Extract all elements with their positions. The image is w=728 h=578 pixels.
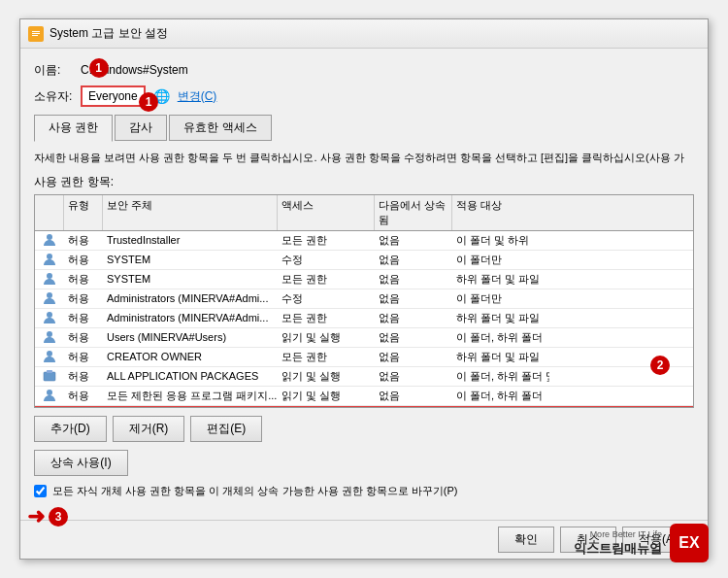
row-access: 모든 권한	[279, 407, 376, 408]
row-icon	[36, 407, 65, 408]
section-label: 사용 권한 항목:	[34, 174, 694, 190]
table-row[interactable]: 허용 Administrators (MINERVA#Admi... 모든 권한…	[35, 309, 693, 328]
dialog-window: System 고급 보안 설정 이름: C:\Windows#System 1 …	[19, 18, 709, 559]
svg-rect-2	[32, 35, 38, 36]
row-apply: 이 폴더, 하위 폴더	[452, 328, 549, 347]
col-type: 유형	[64, 195, 103, 230]
row-access: 모든 권한	[278, 231, 375, 250]
table-body: 허용 TrustedInstaller 모든 권한 없음 이 폴더 및 하위 허…	[35, 231, 693, 408]
watermark: More Better IT Life 익스트림매뉴얼 EX	[574, 524, 709, 562]
permissions-table: 유형 보안 주체 액세스 다음에서 상속됨 적용 대상 허용 TrustedIn…	[34, 194, 694, 408]
svg-rect-1	[32, 33, 40, 34]
table-row[interactable]: 허용 CREATOR OWNER 모든 권한 없음 하위 폴더 및 파일	[35, 348, 693, 367]
row-type: 허용	[64, 309, 103, 327]
row-type: 허용	[64, 270, 103, 289]
add-button[interactable]: 추가(D)	[34, 416, 107, 442]
replace-checkbox[interactable]	[34, 485, 47, 497]
row-type: 허용	[64, 348, 103, 366]
inherit-row: 상속 사용(I)	[34, 450, 694, 476]
name-label: 이름:	[34, 62, 73, 79]
col-icon	[35, 195, 64, 230]
table-row[interactable]: 허용 SYSTEM 수정 없음 이 폴더만	[35, 251, 693, 270]
row-inherit: 없음	[375, 270, 452, 289]
row-type: 허용	[64, 231, 103, 250]
remove-button[interactable]: 제거(R)	[113, 416, 185, 442]
row-inherit: 없음	[375, 289, 452, 308]
replace-label[interactable]: 모든 자식 개체 사용 권한 항목을 이 개체의 상속 가능한 사용 권한 항목…	[52, 484, 457, 498]
row-inherit: 없음	[375, 367, 452, 386]
row-type: 허용	[64, 328, 103, 347]
row-inherit: 없음	[375, 328, 452, 347]
row-apply: 하위 폴더 및 파일	[452, 348, 549, 366]
description-text: 자세한 내용을 보려면 사용 권한 항목을 두 번 클릭하십시오. 사용 권한 …	[34, 151, 694, 165]
num-1: 1	[139, 92, 158, 112]
svg-rect-12	[47, 370, 52, 373]
watermark-site: 익스트림매뉴얼	[574, 540, 662, 558]
row-access: 모든 권한	[278, 309, 375, 327]
tab-audit[interactable]: 감사	[115, 115, 167, 141]
row-access: 읽기 및 실행	[278, 328, 375, 347]
badge-3-overlay: ➜ 3	[27, 506, 68, 527]
row-type: 허용	[64, 251, 103, 269]
row-apply: 하위 폴더 및 파일	[452, 270, 549, 289]
table-row[interactable]: 허용 Users (MINERVA#Users) 읽기 및 실행 없음 이 폴더…	[35, 328, 693, 348]
table-row[interactable]: 허용 SYSTEM 모든 권한 없음 하위 폴더 및 파일	[35, 270, 693, 289]
row-apply: 이 폴더, 하위 폴더 및	[453, 407, 550, 408]
table-row[interactable]: 허용 모든 제한된 응용 프로그램 패키지... 읽기 및 실행 없음 이 폴더…	[35, 387, 693, 406]
row-apply: 이 폴더만	[452, 251, 549, 269]
name-row: 이름: C:\Windows#System 1	[34, 60, 694, 80]
row-principal: Administrators (MINERVA#Admi...	[103, 310, 278, 325]
row-principal: Users (MINERVA#Users)	[103, 329, 278, 345]
action-buttons: 추가(D) 제거(R) 편집(E)	[34, 416, 694, 442]
table-row[interactable]: 허용 Everyone 모든 권한 없음 이 폴더, 하위 폴더 및	[35, 406, 693, 408]
svg-point-9	[47, 331, 52, 337]
row-inherit: 없음	[376, 407, 453, 408]
tab-permissions[interactable]: 사용 권한	[34, 115, 113, 142]
svg-point-5	[47, 254, 52, 259]
row-inherit: 없음	[375, 387, 452, 405]
row-access: 읽기 및 실행	[278, 367, 375, 386]
row-inherit: 없음	[375, 251, 452, 269]
inherit-button[interactable]: 상속 사용(I)	[34, 450, 128, 476]
ok-button[interactable]: 확인	[498, 527, 554, 553]
checkbox-row: 모든 자식 개체 사용 권한 항목을 이 개체의 상속 가능한 사용 권한 항목…	[34, 484, 694, 498]
row-icon	[35, 367, 64, 385]
row-type: 허용	[64, 387, 103, 405]
tabs-container: 사용 권한 감사 유효한 액세스	[34, 115, 694, 141]
row-type: 허용	[64, 367, 103, 386]
edit-button[interactable]: 편집(E)	[190, 416, 262, 442]
num-3: 3	[49, 507, 68, 527]
tab-effective-access[interactable]: 유효한 액세스	[169, 115, 271, 141]
row-type: 허용	[64, 289, 103, 308]
row-icon	[35, 270, 64, 288]
row-icon	[35, 348, 64, 365]
owner-label: 소유자:	[34, 88, 73, 105]
num-2: 2	[650, 356, 670, 375]
row-inherit: 없음	[375, 309, 452, 327]
row-apply: 이 폴더, 하위 폴더 및	[452, 367, 549, 386]
owner-value: Everyone	[81, 85, 146, 107]
watermark-logo: EX	[670, 524, 709, 562]
owner-row: 소유자: Everyone 🌐 변경(C)	[34, 85, 694, 107]
row-principal: SYSTEM	[103, 252, 278, 267]
row-access: 읽기 및 실행	[278, 387, 375, 405]
table-row[interactable]: 허용 ALL APPLICATION PACKAGES 읽기 및 실행 없음 이…	[35, 367, 693, 387]
row-access: 모든 권한	[278, 270, 375, 289]
row-apply: 이 폴더 및 하위	[452, 231, 549, 250]
svg-point-10	[47, 351, 52, 357]
table-row[interactable]: 허용 TrustedInstaller 모든 권한 없음 이 폴더 및 하위	[35, 231, 693, 251]
row-type: 허용	[65, 407, 104, 408]
svg-point-4	[47, 234, 52, 240]
row-principal: Administrators (MINERVA#Admi...	[103, 290, 278, 306]
table-row[interactable]: 허용 Administrators (MINERVA#Admi... 수정 없음…	[35, 289, 693, 309]
badge-1: 1	[89, 58, 109, 78]
row-principal: TrustedInstaller	[103, 232, 278, 248]
row-inherit: 없음	[375, 348, 452, 366]
col-principal: 보안 주체	[103, 195, 278, 230]
row-apply: 이 폴더만	[452, 289, 549, 308]
dialog-content: 이름: C:\Windows#System 1 소유자: Everyone 🌐 …	[20, 49, 708, 519]
change-link[interactable]: 변경(C)	[178, 88, 217, 105]
watermark-text-block: More Better IT Life 익스트림매뉴얼	[574, 528, 662, 559]
svg-point-6	[47, 273, 52, 279]
title-bar: System 고급 보안 설정	[20, 19, 708, 49]
